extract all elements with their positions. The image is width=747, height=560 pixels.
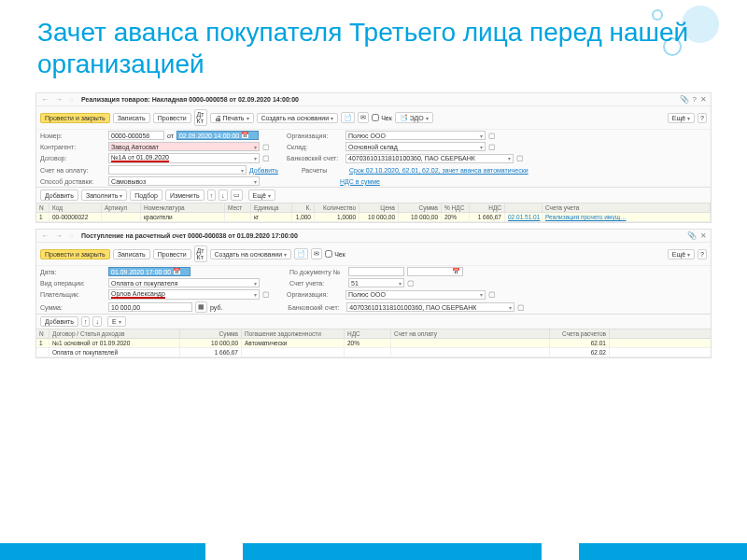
star-icon[interactable]: ☆ — [68, 96, 74, 104]
lbl-bank: Банковский счет: — [287, 155, 343, 161]
fld-acct[interactable]: 51▾ — [348, 278, 404, 287]
fld-sklad[interactable]: Основной склад▾ — [345, 142, 486, 151]
grid-change-button[interactable]: Изменить — [165, 189, 204, 201]
lbl-vid: Вид операции: — [40, 280, 106, 287]
mail-button[interactable]: ✉ — [358, 112, 369, 123]
print-button[interactable]: 🖨Печать▾ — [210, 113, 254, 123]
open5-icon[interactable]: ▢ — [516, 154, 524, 162]
fld-contr[interactable]: Завод Автосват▾ — [108, 142, 260, 151]
create-based2-button[interactable]: Создать на основании▾ — [210, 249, 292, 259]
calc-icon[interactable]: ▦ — [195, 301, 207, 313]
attach2-icon[interactable]: 📎 — [687, 231, 697, 240]
check-checkbox[interactable]: Чек — [372, 114, 392, 121]
lbl-delivery: Способ доставки: — [40, 178, 106, 185]
grid-up-icon[interactable]: ↑ — [207, 189, 217, 201]
post2-button[interactable]: Провести — [153, 249, 191, 259]
nav-back2-icon[interactable]: ← — [40, 232, 50, 239]
close2-icon[interactable]: ✕ — [700, 231, 707, 240]
grid2-more-button[interactable]: Е▾ — [107, 316, 126, 327]
fld-date2[interactable]: 01.09.2020 17:00:00📅 — [108, 267, 190, 276]
fld-bank[interactable]: 40703610131810100360, ПАО СБЕРБАНК▾ — [345, 154, 514, 163]
grid-down-icon[interactable]: ↓ — [218, 189, 228, 201]
scan2-button[interactable]: 📄 — [294, 248, 308, 259]
more2-button[interactable]: Ещё▾ — [668, 249, 695, 259]
lbl-acct: Счет учета: — [289, 280, 345, 287]
grid-add-button[interactable]: Добавить — [40, 189, 78, 201]
open9-icon[interactable]: ▢ — [517, 303, 525, 312]
post-and-close-button[interactable]: Провести и закрыть — [40, 113, 110, 123]
link-nds[interactable]: НДС в сумме — [340, 178, 380, 185]
more-button[interactable]: Ещё▾ — [668, 113, 695, 123]
close-icon[interactable]: ✕ — [700, 95, 707, 104]
calendar3-icon[interactable]: 📅 — [452, 268, 460, 275]
link-add-invoice[interactable]: Добавить — [249, 167, 278, 174]
edo-icon: 📑 — [400, 114, 408, 121]
fld-number[interactable]: 0000-000058 — [108, 131, 164, 140]
open7-icon[interactable]: ▢ — [262, 290, 270, 299]
calendar2-icon[interactable]: 📅 — [173, 268, 181, 275]
printer-icon: 🖨 — [215, 115, 221, 121]
calendar-icon[interactable]: 📅 — [241, 132, 249, 139]
open-icon[interactable]: ▢ — [488, 132, 496, 140]
fld-podoc-num[interactable] — [348, 267, 404, 276]
nav-back-icon[interactable]: ← — [40, 96, 50, 103]
fld-org[interactable]: Полюс ООО▾ — [345, 131, 486, 140]
nav-fwd2-icon[interactable]: → — [54, 232, 64, 239]
scan-button[interactable]: 📄 — [341, 112, 355, 123]
grid-header: N Код Артикул Номенклатура Мест Единица … — [36, 203, 711, 213]
star2-icon[interactable]: ☆ — [68, 232, 74, 240]
table-row[interactable]: Оплата от покупателей 1 666,67 62.02 — [36, 348, 711, 357]
create-based-button[interactable]: Создать на основании▾ — [257, 113, 339, 123]
lbl-cur: руб. — [210, 304, 222, 311]
grid-fill-button[interactable]: Заполнить▾ — [81, 189, 127, 201]
post-button[interactable]: Провести — [153, 113, 191, 123]
link-raschety[interactable]: Срок 02.10.2020, 62.01, 62.02, зачет ава… — [349, 167, 529, 174]
fld-bank2[interactable]: 40703610131810100360, ПАО СБЕРБАНК▾ — [346, 302, 514, 312]
lbl-summa: Сумма: — [40, 304, 106, 311]
check2-checkbox[interactable]: Чек — [325, 250, 345, 258]
grid-more-button[interactable]: Ещё▾ — [248, 189, 275, 201]
fld-summa[interactable]: 10 000,00 — [108, 302, 192, 312]
post-and-close2-button[interactable]: Провести и закрыть — [40, 249, 110, 259]
dt-kt2-button[interactable]: ДтКт — [194, 245, 207, 262]
fld-invoice[interactable]: ▾ — [108, 165, 247, 175]
panel-realizatsiya: ← → ☆ Реализация товаров: Накладная 0000… — [35, 92, 712, 223]
write2-button[interactable]: Записать — [113, 249, 150, 259]
grid-scan-icon[interactable]: ▭ — [231, 189, 243, 201]
nav-fwd-icon[interactable]: → — [54, 96, 64, 103]
fld-vid[interactable]: Оплата от покупателя▾ — [108, 278, 260, 287]
mail2-button[interactable]: ✉ — [311, 248, 322, 259]
open2-icon[interactable]: ▢ — [262, 143, 270, 151]
lbl-contr: Контрагент: — [40, 144, 106, 150]
fld-dogovor[interactable]: №1А от 01.09.2020▾ — [108, 153, 260, 163]
open4-icon[interactable]: ▢ — [262, 154, 270, 162]
help3-icon[interactable]: ? — [698, 249, 707, 259]
help2-icon[interactable]: ? — [698, 113, 707, 123]
help-icon[interactable]: ? — [693, 95, 697, 104]
grid-select-button[interactable]: Подбор — [130, 189, 162, 201]
edo-button[interactable]: 📑ЭДО▾ — [395, 112, 433, 123]
open8-icon[interactable]: ▢ — [488, 290, 496, 299]
lbl-invoice: Счет на оплату: — [40, 167, 106, 174]
fld-podoc-date[interactable]: 📅 — [407, 267, 463, 276]
open6-icon[interactable]: ▢ — [407, 279, 415, 287]
lbl-payer: Плательщик: — [40, 291, 106, 298]
lbl-bank2: Банковский счет: — [288, 304, 344, 311]
lbl-dogovor: Договор: — [40, 155, 106, 161]
fld-delivery[interactable]: Самовывоз▾ — [108, 176, 260, 186]
lbl-org: Организация: — [287, 133, 343, 139]
fld-payer[interactable]: Орлов Александр▾ — [108, 289, 260, 300]
grid2-down-icon[interactable]: ↓ — [92, 316, 102, 327]
grid2-add-button[interactable]: Добавить — [40, 316, 78, 327]
fld-date[interactable]: 02.09.2020 14:00:00📅 — [176, 131, 259, 140]
table-row[interactable]: 1 №1 основной от 01.09.2020 10 000,00 Ав… — [36, 339, 711, 348]
attach-icon[interactable]: 📎 — [680, 95, 689, 104]
panel1-title: Реализация товаров: Накладная 0000-00005… — [81, 96, 299, 103]
table-row[interactable]: 1 00-00000022 красители кг 1,000 1,0000 … — [36, 213, 711, 222]
dt-kt-button[interactable]: ДтКт — [194, 109, 207, 126]
panel-postuplenie: ← → ☆ Поступление на расчетный счет 0000… — [35, 229, 712, 358]
open3-icon[interactable]: ▢ — [488, 143, 496, 151]
grid2-up-icon[interactable]: ↑ — [81, 316, 91, 327]
write-button[interactable]: Записать — [113, 113, 150, 123]
fld-org2[interactable]: Полюс ООО▾ — [345, 290, 486, 300]
